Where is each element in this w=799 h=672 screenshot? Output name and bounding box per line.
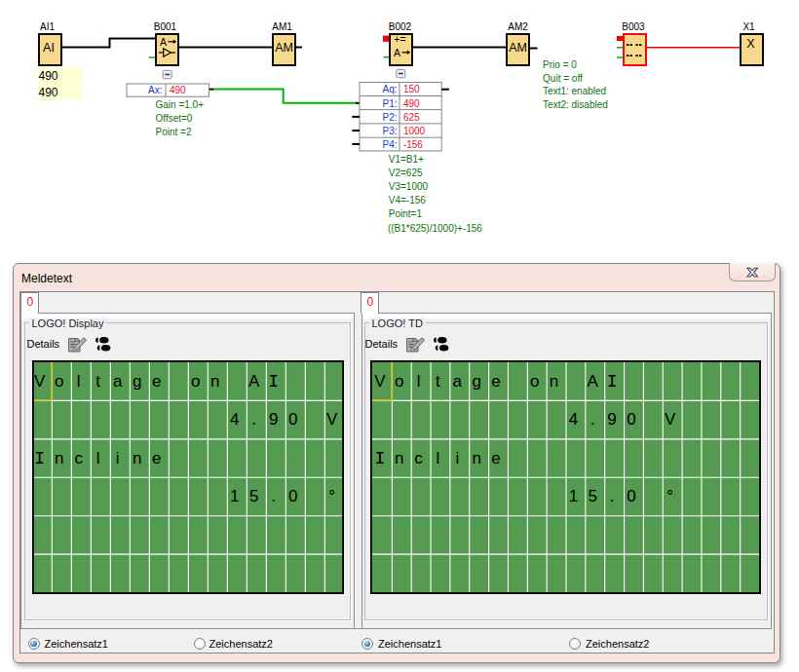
svg-text:AI: AI [43,41,55,55]
svg-text:e: e [491,449,500,467]
svg-text:e: e [152,372,161,391]
svg-text:V: V [34,372,46,391]
svg-text:I: I [607,372,618,392]
svg-text:t: t [95,372,100,391]
svg-text:n: n [210,372,219,391]
svg-text:e: e [491,372,500,391]
svg-text:t: t [436,372,440,391]
svg-text:l: l [437,449,440,467]
svg-text:AM1: AM1 [272,21,292,32]
svg-text:B003: B003 [622,21,645,32]
svg-text:0: 0 [627,410,635,429]
svg-text:0: 0 [627,487,635,505]
svg-text:490: 490 [39,86,58,99]
svg-text:X: X [746,37,755,51]
svg-text:V: V [374,372,386,391]
svg-text:n: n [472,449,480,467]
svg-text:Point=1: Point=1 [389,208,423,219]
svg-text:1: 1 [230,487,239,505]
svg-text:P3:: P3: [382,126,397,136]
svg-text:490: 490 [170,85,186,95]
svg-text:i: i [116,449,120,467]
svg-text:g: g [472,372,480,391]
svg-text:AI1: AI1 [40,21,55,32]
svg-text:V: V [665,410,676,429]
svg-text:Offset=0: Offset=0 [156,113,193,124]
svg-text:o: o [191,372,200,391]
svg-text:c: c [414,449,423,467]
svg-text:l: l [77,372,81,391]
svg-text:Ax:: Ax: [148,85,162,95]
svg-text:V4=-156: V4=-156 [389,195,427,205]
svg-text:1: 1 [569,487,578,505]
svg-text:P4:: P4: [382,139,397,150]
svg-text:l: l [417,372,421,391]
svg-text:a: a [453,372,463,391]
svg-text:V1=B1+: V1=B1+ [389,154,424,165]
svg-text:5: 5 [589,487,597,505]
svg-text:AM: AM [275,41,293,55]
svg-text:e: e [152,449,161,467]
svg-text:((B1*625)/1000)+-156: ((B1*625)/1000)+-156 [388,223,482,234]
svg-text:AM: AM [509,41,527,55]
svg-text:o: o [55,372,63,391]
svg-text:150: 150 [403,84,420,94]
svg-text:5: 5 [249,487,258,505]
svg-text:B001: B001 [154,21,177,32]
svg-text:I: I [268,372,279,392]
svg-text:Quit = off: Quit = off [543,73,583,84]
svg-text:c: c [74,449,83,467]
svg-text:4: 4 [569,410,578,429]
svg-text:P2:: P2: [382,112,397,123]
svg-text:.: . [271,487,276,505]
svg-text:a: a [113,372,123,391]
svg-text:I: I [34,449,45,468]
svg-text:.: . [610,487,615,505]
svg-text:AM2: AM2 [508,21,528,32]
svg-text:B002: B002 [389,21,412,32]
svg-text:Point =2: Point =2 [156,127,192,137]
svg-text:9: 9 [269,410,278,429]
svg-text:o: o [530,372,539,391]
svg-text:A: A [394,47,400,58]
svg-text:0: 0 [288,487,297,505]
svg-text:490: 490 [403,98,420,109]
svg-text:.: . [590,410,595,429]
svg-text:Text2: disabled: Text2: disabled [543,99,608,110]
svg-text:l: l [96,449,100,467]
svg-text:°: ° [666,487,673,505]
svg-text:Gain =1.0+: Gain =1.0+ [156,99,205,110]
svg-text:-156: -156 [403,139,423,150]
svg-text:g: g [133,372,141,391]
svg-text:n: n [133,449,141,467]
svg-text:V2=625: V2=625 [389,168,423,178]
svg-text:A: A [588,372,599,391]
svg-text:490: 490 [39,69,58,83]
svg-text:n: n [550,372,558,391]
svg-text:n: n [55,449,63,467]
svg-text:A: A [248,372,260,391]
svg-text:+=: += [394,33,405,45]
svg-text:Prio = 0: Prio = 0 [543,59,577,70]
svg-text:V3=1000: V3=1000 [389,181,429,192]
svg-text:V: V [326,410,338,429]
svg-text:I: I [374,449,385,468]
svg-text:A: A [160,36,167,48]
svg-text:i: i [455,449,459,467]
svg-text:o: o [395,372,403,391]
svg-text:625: 625 [403,112,420,123]
svg-text:0: 0 [288,410,297,429]
svg-text:1000: 1000 [403,126,426,136]
svg-text:.: . [251,410,256,429]
svg-text:P1:: P1: [382,98,397,109]
svg-text:X1: X1 [742,21,755,32]
svg-text:°: ° [328,487,335,505]
svg-text:9: 9 [607,410,616,429]
svg-text:Aq:: Aq: [382,84,397,94]
svg-text:Text1: enabled: Text1: enabled [543,86,606,96]
svg-text:4: 4 [230,410,239,429]
svg-text:n: n [395,449,403,467]
